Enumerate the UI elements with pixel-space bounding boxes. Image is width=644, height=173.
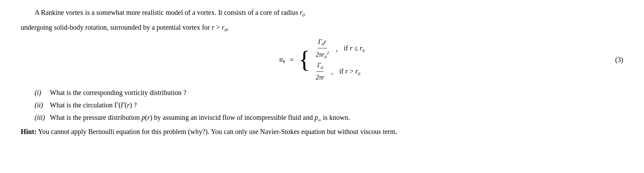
q-iii-inf-sub: ∞ [318, 117, 321, 123]
question-ii: (ii) What is the circulation Γ(Γ(r) ? [21, 99, 623, 110]
q-ii-label: (ii) [35, 99, 47, 110]
case-2-fraction: Γ0 2πr [315, 61, 325, 82]
main-content: A Rankine vortex is a somewhat more real… [21, 7, 623, 137]
r-gt-r0: r [212, 23, 215, 31]
q-iii-label: (iii) [35, 112, 47, 123]
eq-equals-sign: = [290, 55, 294, 65]
case-1-numer: Γ0r [318, 37, 327, 48]
case-1-comma: , [336, 44, 338, 54]
piecewise-cases: Γ0r 2πr02 , if r ≤ r0 Γ0 2πr , if r > [315, 37, 364, 82]
r0-subscript: 0 [302, 12, 305, 18]
intro-text-2: undergoing solid-body rotation, surround… [21, 23, 212, 31]
case-1-condition: if r ≤ r0 [344, 43, 365, 54]
case-2-comma: , [332, 66, 333, 77]
q-iii-pinf-sym: p [315, 114, 318, 121]
intro-paragraph: A Rankine vortex is a somewhat more real… [21, 7, 623, 19]
q-iii-text2: ) by assuming an inviscid flow of incomp… [150, 114, 314, 121]
case-2-row: Γ0 2πr , if r > r0 [315, 61, 364, 82]
q-iii-full: What is the pressure distribution p(r) b… [50, 112, 350, 124]
u-theta-symbol: u [279, 55, 283, 63]
theta-sub: θ [283, 59, 285, 64]
equation-3-block: uθ = { Γ0r 2πr02 , if r ≤ r0 [21, 37, 623, 82]
eq-lhs: uθ [279, 54, 285, 65]
question-iii: (iii) What is the pressure distribution … [21, 112, 623, 124]
case-2-denom: 2πr [315, 72, 325, 82]
q-iii-text1: What is the pressure distribution [50, 114, 142, 121]
hint-paragraph: Hint: You cannot apply Bernoulli equatio… [21, 126, 623, 137]
case-1-fraction: Γ0r 2πr02 [315, 37, 329, 60]
question-i: (i) What is the corresponding vorticity … [21, 87, 623, 98]
q-i-text: What is the corresponding vorticity dist… [50, 87, 186, 98]
intro-text-1: A Rankine vortex is a somewhat more real… [35, 9, 300, 16]
left-brace: { [299, 48, 310, 72]
q-iii-text3: is known. [321, 114, 350, 121]
case-2-condition: if r > r0 [339, 66, 361, 77]
q-ii-gamma: Γ [121, 101, 125, 109]
case-2-numer: Γ0 [317, 61, 324, 72]
q-iii-p: p [142, 114, 145, 121]
q-ii-full: What is the circulation Γ(Γ(r) ? [50, 99, 137, 110]
hint-text: You cannot apply Bernoulli equation for … [38, 128, 397, 135]
q-ii-text: What is the circulation Γ( [50, 101, 121, 109]
q-ii-close: ) ? [130, 101, 137, 109]
piecewise-expression: { Γ0r 2πr02 , if r ≤ r0 Γ0 [299, 37, 365, 82]
intro-paragraph-2: undergoing solid-body rotation, surround… [21, 22, 623, 34]
case-1-row: Γ0r 2πr02 , if r ≤ r0 [315, 37, 364, 60]
q-i-label: (i) [35, 87, 47, 98]
equation-number: (3) [615, 55, 623, 65]
case-1-denom: 2πr02 [315, 49, 329, 60]
r0-ref: r [222, 23, 225, 31]
hint-label: Hint: [21, 128, 37, 135]
equation-content: uθ = { Γ0r 2πr02 , if r ≤ r0 [279, 37, 365, 82]
comma-after-r0: , [227, 23, 228, 31]
q-ii-r: r [127, 101, 130, 109]
